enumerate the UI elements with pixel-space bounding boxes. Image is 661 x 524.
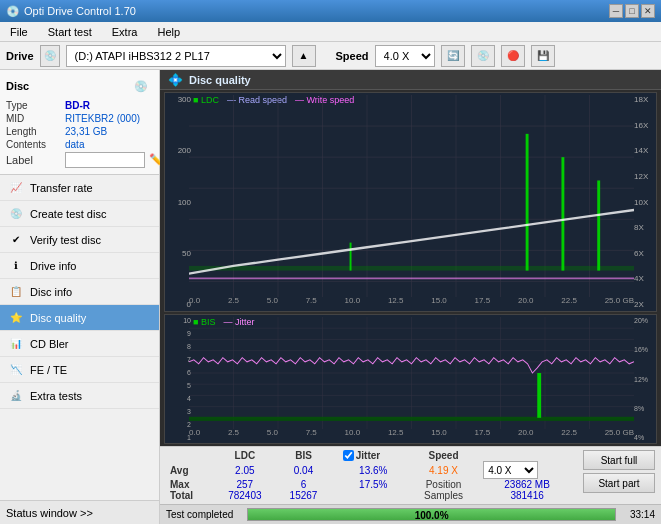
- disc-info-icon: 📋: [8, 284, 24, 300]
- speed-label: Speed: [336, 50, 369, 62]
- disc-info-label: Disc info: [30, 286, 72, 298]
- speed-refresh-button[interactable]: 🔄: [441, 45, 465, 67]
- length-label: Length: [6, 126, 61, 137]
- upper-chart-inner: [189, 95, 634, 297]
- disc-title: Disc: [6, 80, 29, 92]
- menu-bar: File Start test Extra Help: [0, 22, 661, 42]
- type-value: BD-R: [65, 100, 90, 111]
- menu-help[interactable]: Help: [151, 24, 186, 40]
- sidebar-item-create-test-disc[interactable]: 💿 Create test disc: [0, 201, 159, 227]
- start-full-button[interactable]: Start full: [583, 450, 655, 470]
- disc-label-row: Label ✏️: [6, 152, 153, 168]
- total-jitter: [339, 490, 408, 501]
- status-text: Test completed: [166, 509, 233, 520]
- samples-label: Samples: [408, 490, 479, 501]
- disc-quality-icon: ⭐: [8, 310, 24, 326]
- sidebar-item-transfer-rate[interactable]: 📈 Transfer rate: [0, 175, 159, 201]
- drive-info-icon: ℹ: [8, 258, 24, 274]
- mid-label: MID: [6, 113, 61, 124]
- sidebar-item-disc-info[interactable]: 📋 Disc info: [0, 279, 159, 305]
- avg-label: Avg: [166, 461, 213, 479]
- contents-label: Contents: [6, 139, 61, 150]
- total-bis: 15267: [276, 490, 330, 501]
- chart-header-icon: 💠: [168, 73, 183, 87]
- svg-rect-18: [597, 180, 600, 270]
- max-jitter: 17.5%: [339, 479, 408, 490]
- svg-rect-39: [537, 373, 541, 418]
- speed-select[interactable]: 4.0 X: [375, 45, 435, 67]
- sidebar-item-fe-te[interactable]: 📉 FE / TE: [0, 357, 159, 383]
- lower-x-axis: 0.02.55.07.510.012.515.017.520.022.525.0…: [189, 428, 634, 442]
- svg-rect-19: [350, 243, 352, 271]
- transfer-rate-label: Transfer rate: [30, 182, 93, 194]
- svg-rect-16: [526, 134, 529, 271]
- sidebar-item-drive-info[interactable]: ℹ Drive info: [0, 253, 159, 279]
- max-bis: 6: [276, 479, 330, 490]
- total-ldc: 782403: [213, 490, 276, 501]
- extra-tests-icon: 🔬: [8, 388, 24, 404]
- avg-ldc: 2.05: [213, 461, 276, 479]
- minimize-button[interactable]: ─: [609, 4, 623, 18]
- fe-te-icon: 📉: [8, 362, 24, 378]
- drive-icon: 💿: [40, 45, 60, 67]
- mid-value: RITEKBR2 (000): [65, 113, 140, 124]
- stats-row-max: Max 257 6 17.5% Position 23862 MB: [166, 479, 575, 490]
- stats-table: LDC BIS Jitter Speed Avg 2.05: [166, 450, 575, 501]
- contents-value: data: [65, 139, 84, 150]
- jitter-column-header: Jitter: [339, 450, 408, 461]
- app-icon: 💿: [6, 5, 20, 18]
- content-area: 💠 Disc quality ■ LDC — Read speed — Writ…: [160, 70, 661, 524]
- time-display: 33:14: [630, 509, 655, 520]
- sidebar-item-extra-tests[interactable]: 🔬 Extra tests: [0, 383, 159, 409]
- main-layout: Disc 💿 Type BD-R MID RITEKBR2 (000) Leng…: [0, 70, 661, 524]
- lower-chart-svg: [189, 317, 634, 429]
- fe-te-label: FE / TE: [30, 364, 67, 376]
- ldc-column-header: LDC: [213, 450, 276, 461]
- save-button[interactable]: 💾: [531, 45, 555, 67]
- create-test-disc-label: Create test disc: [30, 208, 106, 220]
- burn-button[interactable]: 🔴: [501, 45, 525, 67]
- position-label: Position: [408, 479, 479, 490]
- drive-info-label: Drive info: [30, 260, 76, 272]
- stats-speed-select[interactable]: 4.0 X: [483, 461, 538, 479]
- window-controls: ─ □ ✕: [609, 4, 655, 18]
- label-input[interactable]: [65, 152, 145, 168]
- svg-rect-17: [561, 157, 564, 270]
- label-label: Label: [6, 154, 61, 166]
- disc-contents-row: Contents data: [6, 139, 153, 150]
- menu-file[interactable]: File: [4, 24, 34, 40]
- svg-rect-15: [189, 266, 634, 271]
- close-button[interactable]: ✕: [641, 4, 655, 18]
- eject-button[interactable]: ▲: [292, 45, 316, 67]
- drive-select[interactable]: (D:) ATAPI iHBS312 2 PL17: [66, 45, 286, 67]
- sidebar-item-cd-bler[interactable]: 📊 CD Bler: [0, 331, 159, 357]
- sidebar-nav: 📈 Transfer rate 💿 Create test disc ✔ Ver…: [0, 175, 159, 500]
- extra-tests-label: Extra tests: [30, 390, 82, 402]
- max-label: Max: [166, 479, 213, 490]
- samples-value: 381416: [479, 490, 575, 501]
- disc-quality-label: Disc quality: [30, 312, 86, 324]
- jitter-checkbox[interactable]: [343, 450, 354, 461]
- maximize-button[interactable]: □: [625, 4, 639, 18]
- menu-extra[interactable]: Extra: [106, 24, 144, 40]
- menu-start-test[interactable]: Start test: [42, 24, 98, 40]
- drive-bar: Drive 💿 (D:) ATAPI iHBS312 2 PL17 ▲ Spee…: [0, 42, 661, 70]
- avg-bis: 0.04: [276, 461, 330, 479]
- upper-chart: ■ LDC — Read speed — Write speed 300 200…: [164, 92, 657, 312]
- avg-speed: 4.19 X: [408, 461, 479, 479]
- length-value: 23,31 GB: [65, 126, 107, 137]
- create-test-disc-icon: 💿: [8, 206, 24, 222]
- disc-button[interactable]: 💿: [471, 45, 495, 67]
- sidebar-item-disc-quality[interactable]: ⭐ Disc quality: [0, 305, 159, 331]
- transfer-rate-icon: 📈: [8, 180, 24, 196]
- stats-row-avg: Avg 2.05 0.04 13.6% 4.19 X 4.0 X: [166, 461, 575, 479]
- title-bar: 💿 Opti Drive Control 1.70 ─ □ ✕: [0, 0, 661, 22]
- type-label: Type: [6, 100, 61, 111]
- speed-column-header: Speed: [408, 450, 479, 461]
- status-window[interactable]: Status window >>: [0, 500, 159, 524]
- position-value: 23862 MB: [479, 479, 575, 490]
- start-part-button[interactable]: Start part: [583, 473, 655, 493]
- disc-header: Disc 💿: [6, 76, 153, 96]
- sidebar-item-verify-test-disc[interactable]: ✔ Verify test disc: [0, 227, 159, 253]
- lower-y-axis-left: 10 9 8 7 6 5 4 3 2 1: [167, 315, 191, 443]
